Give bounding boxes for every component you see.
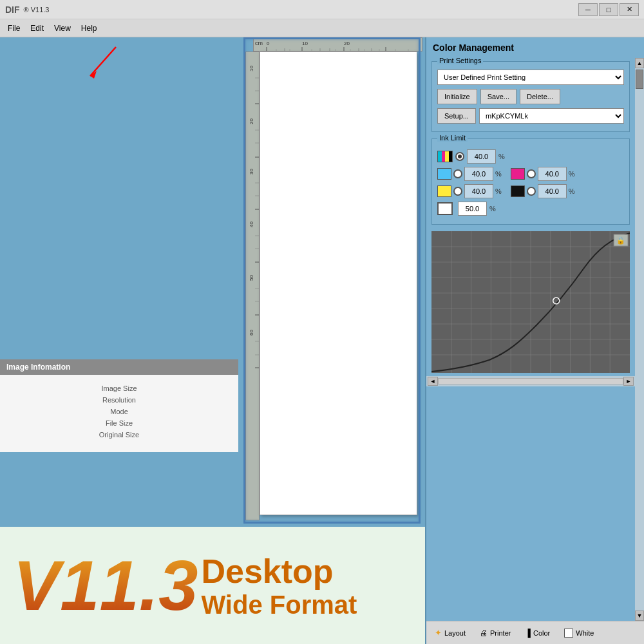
- image-size-row: Image Size: [6, 384, 232, 392]
- v-scrollbar: ▲ ▼: [635, 58, 644, 621]
- right-panel-inner: Print Settings User Defined Print Settin…: [426, 58, 644, 621]
- tab-color[interactable]: ▐ Color: [522, 627, 553, 639]
- title-bar-controls: ─ □ ✕: [578, 3, 639, 16]
- app-icon: DIF: [5, 5, 20, 15]
- image-info-content: Image Size Resolution Mode File Size Ori…: [0, 375, 238, 452]
- black-percent: %: [569, 187, 575, 195]
- brand-text: Desktop Wide Format: [201, 552, 357, 620]
- magenta-percent: %: [569, 170, 575, 178]
- ruler-top: cm 0 10 20: [253, 37, 422, 52]
- h-scroll-track: [438, 378, 623, 384]
- setup-button[interactable]: Setup...: [437, 108, 476, 124]
- curve-area: 🔒: [431, 231, 630, 373]
- cmyk-value: 40.0: [467, 149, 496, 164]
- white-label: White: [576, 629, 594, 637]
- cyan-swatch: [437, 168, 451, 180]
- cyan-group: 40.0 %: [437, 167, 502, 181]
- h-scrollbar: ◄ ►: [426, 376, 635, 386]
- cyan-magenta-row: 40.0 % 40.0 %: [437, 167, 624, 181]
- white-percent: %: [489, 205, 496, 213]
- resolution-row: Resolution: [6, 396, 232, 404]
- svg-text:10: 10: [249, 66, 254, 71]
- menu-help[interactable]: Help: [76, 22, 102, 35]
- tab-layout[interactable]: ✦ Layout: [431, 626, 469, 639]
- svg-text:🔒: 🔒: [616, 236, 625, 245]
- menu-view[interactable]: View: [49, 22, 76, 35]
- save-button[interactable]: Save...: [480, 89, 516, 104]
- svg-text:20: 20: [249, 118, 254, 124]
- brand-desktop: Desktop: [201, 552, 357, 591]
- svg-text:0: 0: [267, 41, 270, 46]
- black-radio[interactable]: [527, 187, 536, 196]
- image-info-section: Image Infomation Image Size Resolution M…: [0, 359, 238, 452]
- white-swatch: [437, 202, 453, 215]
- menu-bar: File Edit View Help: [0, 19, 644, 37]
- menu-edit[interactable]: Edit: [25, 22, 49, 35]
- initialize-button[interactable]: Initialize: [437, 89, 477, 104]
- cmyk-swatch: [437, 151, 453, 162]
- svg-line-0: [90, 47, 116, 76]
- svg-text:30: 30: [249, 169, 254, 175]
- minimize-button[interactable]: ─: [578, 3, 598, 16]
- white-checkbox: [564, 629, 573, 638]
- color-mgmt-header: Color Management: [426, 37, 644, 58]
- h-scroll-left[interactable]: ◄: [428, 377, 438, 386]
- ink-limit-label: Ink Limit: [437, 134, 468, 142]
- close-button[interactable]: ✕: [620, 3, 639, 16]
- color-mgmt-body: Print Settings User Defined Print Settin…: [426, 58, 635, 376]
- cyan-radio[interactable]: [453, 169, 462, 178]
- title-bar: DIF ® V11.3 ─ □ ✕: [0, 0, 644, 19]
- setup-row: Setup... mKpKCYMLk: [437, 108, 624, 124]
- scroll-thumb[interactable]: [636, 70, 643, 89]
- cyan-percent: %: [495, 170, 502, 178]
- black-value: 40.0: [538, 184, 567, 198]
- left-panel: cm 0 10 20: [0, 37, 425, 644]
- brand-wide-format: Wide Format: [201, 591, 357, 620]
- print-settings-buttons: Initialize Save... Delete...: [437, 89, 624, 104]
- scroll-up-button[interactable]: ▲: [635, 58, 644, 68]
- magenta-radio[interactable]: [527, 169, 536, 178]
- yellow-black-row: 40.0 % 40.0 %: [437, 184, 624, 198]
- tab-white[interactable]: White: [561, 627, 597, 639]
- bottom-tabs: ✦ Layout 🖨 Printer ▐ Color White: [426, 621, 644, 644]
- image-info-header: Image Infomation: [0, 359, 238, 375]
- layout-icon: ✦: [435, 628, 442, 638]
- main-container: cm 0 10 20: [0, 37, 644, 644]
- print-settings-dropdown-row: User Defined Print Setting: [437, 70, 624, 85]
- profile-dropdown[interactable]: mKpKCYMLk: [479, 108, 624, 124]
- yellow-value: 40.0: [464, 184, 493, 198]
- svg-text:10: 10: [302, 41, 308, 46]
- ruler-left: 10 20 30 40 50 60: [245, 52, 260, 520]
- h-scroll-right[interactable]: ►: [623, 377, 634, 386]
- print-settings-group: Print Settings User Defined Print Settin…: [431, 61, 630, 132]
- black-swatch: [511, 185, 525, 197]
- right-content: Print Settings User Defined Print Settin…: [426, 58, 635, 621]
- printer-icon: 🖨: [480, 629, 488, 638]
- yellow-radio[interactable]: [453, 187, 462, 196]
- tab-printer[interactable]: 🖨 Printer: [477, 627, 514, 639]
- layout-label: Layout: [444, 629, 466, 637]
- magenta-swatch: [511, 168, 525, 180]
- page-area: [260, 52, 417, 515]
- file-size-row: File Size: [6, 419, 232, 427]
- scroll-down-button[interactable]: ▼: [635, 611, 644, 621]
- svg-text:50: 50: [249, 275, 254, 281]
- branding-area: V11.3 Desktop Wide Format: [0, 527, 425, 644]
- mode-row: Mode: [6, 408, 232, 415]
- yellow-swatch: [437, 185, 451, 197]
- title-bar-left: DIF ® V11.3: [5, 5, 49, 15]
- print-setting-dropdown[interactable]: User Defined Print Setting: [437, 70, 624, 85]
- yellow-percent: %: [495, 187, 502, 195]
- magenta-value: 40.0: [538, 167, 567, 181]
- white-row: 50.0 %: [437, 202, 624, 216]
- color-icon: ▐: [525, 629, 531, 638]
- menu-file[interactable]: File: [3, 22, 25, 35]
- white-value: 50.0: [458, 202, 487, 216]
- cmyk-percent: %: [498, 153, 505, 160]
- original-size-row: Original Size: [6, 431, 232, 439]
- cmyk-radio[interactable]: [455, 152, 464, 161]
- brand-version: V11.3: [13, 550, 198, 621]
- maximize-button[interactable]: □: [599, 3, 618, 16]
- delete-button[interactable]: Delete...: [520, 89, 560, 104]
- right-panel: Color Management Print Settings User Def…: [425, 37, 644, 644]
